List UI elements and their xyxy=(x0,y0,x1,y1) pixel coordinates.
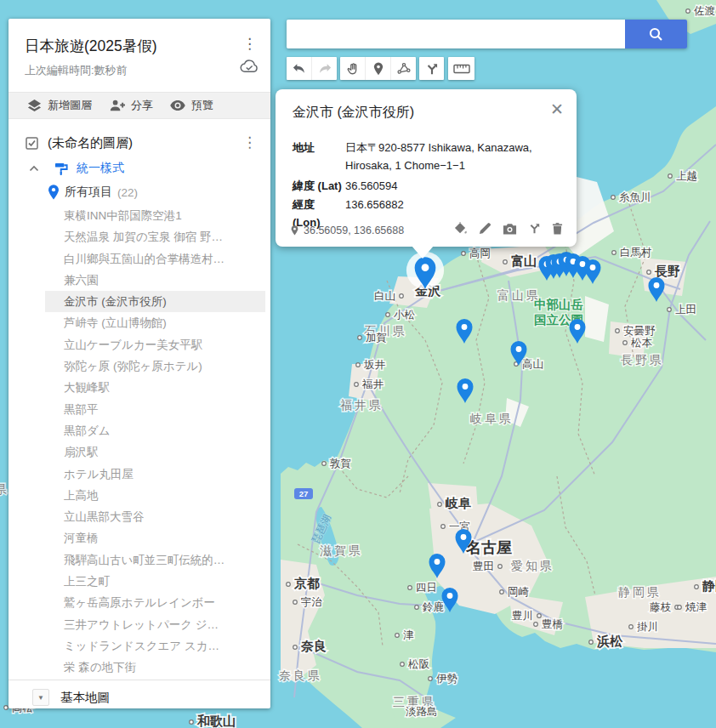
uniform-style-link[interactable]: 統一樣式 xyxy=(77,161,124,176)
list-item[interactable]: 河童橋 xyxy=(45,527,265,549)
map-label: 浜松 xyxy=(596,634,623,649)
preview-label: 預覽 xyxy=(191,98,213,113)
map-label: 愛知県 xyxy=(511,559,554,572)
layer-name[interactable]: (未命名的圖層) xyxy=(48,135,233,151)
map-label: 淡路島 xyxy=(406,706,438,718)
list-item[interactable]: 立山黒部大雪谷 xyxy=(45,506,265,527)
route-shields: 27 xyxy=(294,488,313,499)
search-input[interactable] xyxy=(287,20,625,48)
list-item[interactable]: 上三之町 xyxy=(45,571,265,592)
map-label: 加賀 xyxy=(366,332,387,344)
hand-icon xyxy=(346,62,360,76)
basemap-label[interactable]: 基本地圖 xyxy=(60,690,110,706)
map-label: 富山 xyxy=(511,253,537,268)
measure-group xyxy=(448,57,474,80)
draw-line-icon xyxy=(397,62,411,76)
map-label: 高岡 xyxy=(469,247,491,259)
basemap-dropdown-icon[interactable]: ▼ xyxy=(32,689,49,706)
add-marker-tool-button[interactable] xyxy=(365,57,390,80)
popup-title: 金沢市 (金沢市役所) xyxy=(293,104,414,122)
list-item[interactable]: 鷲ヶ岳高原ホテルレインボー xyxy=(45,592,265,613)
list-item[interactable]: 芦峅寺 (立山博物館) xyxy=(45,312,265,333)
lat-value: 36.560594 xyxy=(345,177,397,195)
cloud-saved-icon xyxy=(240,60,259,77)
place-info-popup: 金沢市 (金沢市役所) ✕ 地址 日本〒920-8577 Ishikawa, K… xyxy=(276,89,577,247)
share-button[interactable]: 分享 xyxy=(109,98,153,113)
map-label: 糸魚川 xyxy=(619,191,651,203)
address-value: 日本〒920-8577 Ishikawa, Kanazawa, Hirosaka… xyxy=(345,139,532,174)
map-label: 鈴鹿 xyxy=(422,601,444,613)
search-button[interactable] xyxy=(625,20,687,48)
draw-tools-group xyxy=(340,57,416,80)
sidebar-panel: 日本旅遊(2025暑假) ⋮ 上次編輯時間:數秒前 新增圖層 分享 xyxy=(9,19,270,708)
list-item[interactable]: 白川鄉與五箇山的合掌構造村… xyxy=(45,248,265,270)
person-add-icon xyxy=(109,100,125,111)
map-label: 上田 xyxy=(675,304,696,316)
list-item[interactable]: 黒部平 xyxy=(45,399,265,420)
list-item[interactable]: 黒部ダム xyxy=(45,420,265,441)
layers-icon xyxy=(27,99,42,113)
map-label: 奈良 xyxy=(300,639,327,653)
list-item[interactable]: 金沢市 (金沢市役所) xyxy=(45,291,265,312)
draw-line-tool-button[interactable] xyxy=(390,57,416,80)
list-item[interactable]: 扇沢駅 xyxy=(45,441,265,463)
pan-tool-button[interactable] xyxy=(340,57,365,80)
map-label: 静岡県 xyxy=(618,585,662,599)
map-label: 岡崎 xyxy=(508,586,530,598)
map-label: 名古屋 xyxy=(465,539,512,556)
map-title[interactable]: 日本旅遊(2025暑假) xyxy=(25,36,157,56)
map-label: 白山 xyxy=(374,290,395,302)
list-item[interactable]: 立山ケーブルカー美女平駅 xyxy=(45,334,265,355)
blue-pin-icon xyxy=(48,185,60,200)
redo-button[interactable] xyxy=(311,57,337,80)
address-row: 地址 日本〒920-8577 Ishikawa, Kanazawa, Hiros… xyxy=(293,139,532,174)
style-bucket-icon[interactable] xyxy=(453,222,468,235)
map-menu-icon[interactable]: ⋮ xyxy=(242,37,257,51)
all-items-row[interactable]: 所有項目 (22) xyxy=(48,182,138,202)
layer-menu-icon[interactable]: ⋮ xyxy=(242,137,257,149)
all-items-label: 所有項目 xyxy=(65,185,112,200)
map-label: 中部山岳 xyxy=(534,298,583,311)
list-item[interactable]: 天然温泉 加賀の宝泉 御宿 野… xyxy=(45,226,265,247)
list-item[interactable]: 大観峰駅 xyxy=(45,377,265,398)
directions-icon[interactable] xyxy=(528,222,541,235)
popup-tail xyxy=(412,246,434,259)
list-item[interactable]: 飛騨高山古い町並三町伝統的… xyxy=(45,549,265,571)
layer-header-row: (未命名的圖層) ⋮ xyxy=(26,132,257,154)
add-directions-button[interactable] xyxy=(419,57,444,80)
address-label: 地址 xyxy=(293,139,345,174)
add-layer-button[interactable]: 新增圖層 xyxy=(27,98,92,113)
list-item[interactable]: 兼六園 xyxy=(45,270,265,291)
map-label: 焼津 xyxy=(685,601,707,613)
edit-pencil-icon[interactable] xyxy=(479,222,492,235)
map-label: 長野 xyxy=(654,264,680,278)
list-item[interactable]: 東横INN中部国際空港1 xyxy=(45,205,265,226)
list-item[interactable]: 栄 森の地下街 xyxy=(45,657,265,678)
list-item[interactable]: ミッドランドスクエア スカ… xyxy=(45,635,265,657)
map-label: 掛川 xyxy=(637,621,658,633)
layer-checkbox[interactable] xyxy=(26,137,38,150)
map-label: 津 xyxy=(403,629,414,641)
map-label: 敦賀 xyxy=(329,458,351,469)
camera-icon[interactable] xyxy=(503,223,517,235)
measure-button[interactable] xyxy=(448,57,474,80)
map-label: 安曇野 xyxy=(623,325,656,337)
list-item[interactable]: 三井アウトレットパーク ジ… xyxy=(45,614,265,635)
map-label: 松阪 xyxy=(408,658,430,670)
trash-icon[interactable] xyxy=(552,222,563,235)
map-label: 伊勢 xyxy=(436,673,457,685)
list-item[interactable]: ホテル丸田屋 xyxy=(45,464,265,485)
list-item[interactable]: 上高地 xyxy=(45,485,265,506)
directions-group xyxy=(419,57,444,80)
map-label: 松本 xyxy=(631,337,653,349)
undo-button[interactable] xyxy=(287,57,311,80)
close-icon[interactable]: ✕ xyxy=(550,100,564,119)
map-label: 小松 xyxy=(394,309,416,321)
map-label: 静岡 xyxy=(702,578,716,593)
add-layer-label: 新增圖層 xyxy=(48,98,92,113)
list-item[interactable]: 弥陀ヶ原 (弥陀ヶ原ホテル) xyxy=(45,355,265,377)
preview-button[interactable]: 預覽 xyxy=(170,98,213,113)
eye-icon xyxy=(170,100,185,111)
sidebar-action-bar: 新增圖層 分享 預覽 xyxy=(9,92,270,119)
collapse-chevron-icon[interactable] xyxy=(29,165,39,172)
